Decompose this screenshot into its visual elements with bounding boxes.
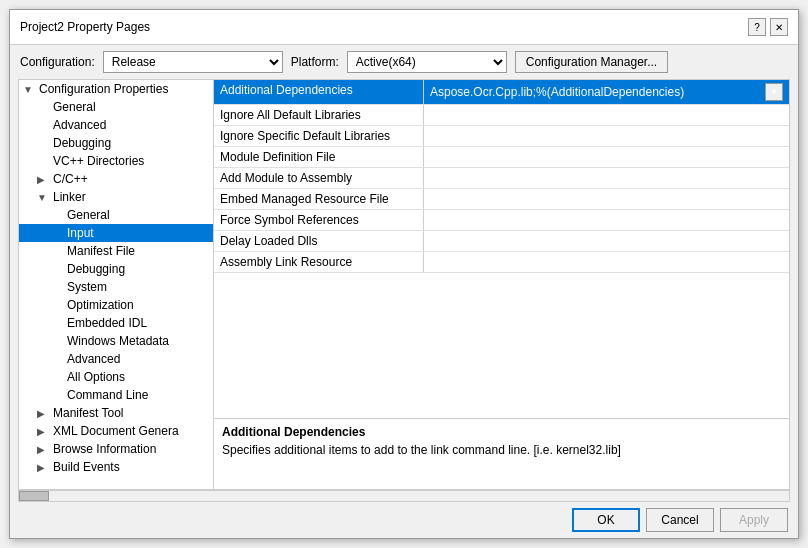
prop-name: Module Definition File xyxy=(214,147,424,167)
prop-row-add-module[interactable]: Add Module to Assembly xyxy=(214,168,789,189)
tree-item-linker-embedded[interactable]: Embedded IDL xyxy=(19,314,213,332)
tree-item-label: Manifest Tool xyxy=(53,406,123,420)
apply-button[interactable]: Apply xyxy=(720,508,788,532)
prop-value xyxy=(424,210,789,230)
tree-item-label: Linker xyxy=(53,190,86,204)
expand-icon: ▶ xyxy=(37,408,51,419)
prop-row-assembly-link[interactable]: Assembly Link Resource xyxy=(214,252,789,273)
properties-table: Additional DependenciesAspose.Ocr.Cpp.li… xyxy=(214,80,789,419)
prop-name: Additional Dependencies xyxy=(214,80,424,104)
description-panel: Additional Dependencies Specifies additi… xyxy=(214,419,789,489)
tree-item-linker-allopts[interactable]: All Options xyxy=(19,368,213,386)
configuration-row: Configuration: Release Platform: Active(… xyxy=(10,45,798,79)
expand-icon: ▶ xyxy=(37,426,51,437)
description-text: Specifies additional items to add to the… xyxy=(222,443,781,457)
prop-value xyxy=(424,126,789,146)
prop-value xyxy=(424,231,789,251)
tree-item-linker-advanced[interactable]: Advanced xyxy=(19,350,213,368)
tree-item-linker-input[interactable]: Input xyxy=(19,224,213,242)
config-manager-button[interactable]: Configuration Manager... xyxy=(515,51,668,73)
scroll-track xyxy=(49,491,789,501)
prop-value: Aspose.Ocr.Cpp.lib;%(AdditionalDependenc… xyxy=(424,80,789,104)
tree-item-label: Embedded IDL xyxy=(67,316,147,330)
tree-item-label: Input xyxy=(67,226,94,240)
main-area: ▼Configuration PropertiesGeneralAdvanced… xyxy=(18,79,790,490)
tree-item-linker-optim[interactable]: Optimization xyxy=(19,296,213,314)
expand-icon: ▶ xyxy=(37,462,51,473)
tree-item-linker-general[interactable]: General xyxy=(19,206,213,224)
tree-item-browse-info[interactable]: ▶Browse Information xyxy=(19,440,213,458)
prop-row-ignore-specific[interactable]: Ignore Specific Default Libraries xyxy=(214,126,789,147)
prop-row-additional-deps[interactable]: Additional DependenciesAspose.Ocr.Cpp.li… xyxy=(214,80,789,105)
tree-item-label: All Options xyxy=(67,370,125,384)
tree-item-label: Manifest File xyxy=(67,244,135,258)
expand-icon: ▶ xyxy=(37,444,51,455)
prop-row-delay-loaded[interactable]: Delay Loaded Dlls xyxy=(214,231,789,252)
prop-value-text: Aspose.Ocr.Cpp.lib;%(AdditionalDependenc… xyxy=(430,85,684,99)
tree-item-label: Debugging xyxy=(53,136,111,150)
scroll-thumb[interactable] xyxy=(19,491,49,501)
tree-item-label: C/C++ xyxy=(53,172,88,186)
tree-item-label: Windows Metadata xyxy=(67,334,169,348)
description-title: Additional Dependencies xyxy=(222,425,781,439)
tree-item-advanced[interactable]: Advanced xyxy=(19,116,213,134)
platform-select[interactable]: Active(x64) xyxy=(347,51,507,73)
tree-item-label: XML Document Genera xyxy=(53,424,179,438)
prop-row-module-def[interactable]: Module Definition File xyxy=(214,147,789,168)
expand-icon: ▶ xyxy=(37,174,51,185)
cancel-button[interactable]: Cancel xyxy=(646,508,714,532)
config-label: Configuration: xyxy=(20,55,95,69)
tree-item-label: Optimization xyxy=(67,298,134,312)
platform-label: Platform: xyxy=(291,55,339,69)
tree-item-label: General xyxy=(67,208,110,222)
tree-item-general[interactable]: General xyxy=(19,98,213,116)
dialog-title: Project2 Property Pages xyxy=(20,20,150,34)
bottom-scrollbar[interactable] xyxy=(18,490,790,502)
prop-row-force-symbol[interactable]: Force Symbol References xyxy=(214,210,789,231)
tree-item-config-props[interactable]: ▼Configuration Properties xyxy=(19,80,213,98)
expand-icon: ▼ xyxy=(23,84,37,95)
tree-item-linker-system[interactable]: System xyxy=(19,278,213,296)
tree-item-label: General xyxy=(53,100,96,114)
tree-item-linker-cmdline[interactable]: Command Line xyxy=(19,386,213,404)
tree-item-linker[interactable]: ▼Linker xyxy=(19,188,213,206)
ok-button[interactable]: OK xyxy=(572,508,640,532)
tree-item-linker-winmeta[interactable]: Windows Metadata xyxy=(19,332,213,350)
prop-name: Force Symbol References xyxy=(214,210,424,230)
tree-item-label: Advanced xyxy=(53,118,106,132)
dropdown-arrow-icon[interactable]: ▼ xyxy=(765,83,783,101)
tree-item-linker-debug[interactable]: Debugging xyxy=(19,260,213,278)
tree-item-vcc-dirs[interactable]: VC++ Directories xyxy=(19,152,213,170)
tree-item-label: Command Line xyxy=(67,388,148,402)
tree-item-label: Browse Information xyxy=(53,442,156,456)
prop-value xyxy=(424,252,789,272)
close-button[interactable]: ✕ xyxy=(770,18,788,36)
tree-item-cpp[interactable]: ▶C/C++ xyxy=(19,170,213,188)
tree-item-linker-manifest[interactable]: Manifest File xyxy=(19,242,213,260)
prop-name: Assembly Link Resource xyxy=(214,252,424,272)
tree-panel: ▼Configuration PropertiesGeneralAdvanced… xyxy=(19,80,214,489)
title-bar: Project2 Property Pages ? ✕ xyxy=(10,10,798,45)
tree-item-xml-doc[interactable]: ▶XML Document Genera xyxy=(19,422,213,440)
prop-name: Embed Managed Resource File xyxy=(214,189,424,209)
prop-value xyxy=(424,189,789,209)
prop-row-ignore-all[interactable]: Ignore All Default Libraries xyxy=(214,105,789,126)
prop-name: Ignore All Default Libraries xyxy=(214,105,424,125)
title-bar-controls: ? ✕ xyxy=(748,18,788,36)
prop-name: Add Module to Assembly xyxy=(214,168,424,188)
button-row: OK Cancel Apply xyxy=(10,502,798,538)
right-panel: Additional DependenciesAspose.Ocr.Cpp.li… xyxy=(214,80,789,489)
prop-name: Delay Loaded Dlls xyxy=(214,231,424,251)
tree-item-label: Build Events xyxy=(53,460,120,474)
configuration-select[interactable]: Release xyxy=(103,51,283,73)
prop-value xyxy=(424,105,789,125)
tree-item-build-events[interactable]: ▶Build Events xyxy=(19,458,213,476)
help-button[interactable]: ? xyxy=(748,18,766,36)
tree-item-manifest-tool[interactable]: ▶Manifest Tool xyxy=(19,404,213,422)
prop-value xyxy=(424,168,789,188)
tree-item-label: VC++ Directories xyxy=(53,154,144,168)
prop-row-embed-managed[interactable]: Embed Managed Resource File xyxy=(214,189,789,210)
tree-item-debugging[interactable]: Debugging xyxy=(19,134,213,152)
prop-name: Ignore Specific Default Libraries xyxy=(214,126,424,146)
tree-item-label: Debugging xyxy=(67,262,125,276)
